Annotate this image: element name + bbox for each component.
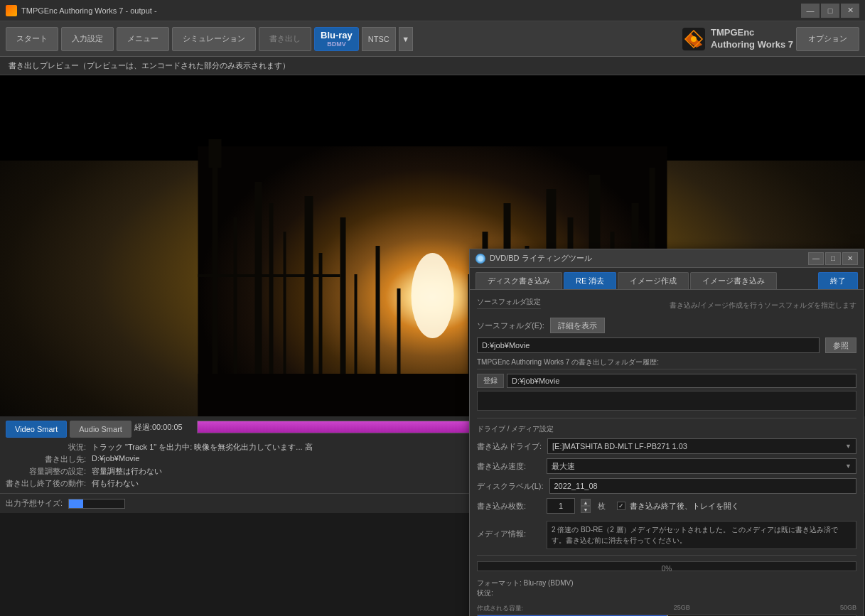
elapsed-time: 経過:00:00:05 xyxy=(134,422,191,433)
dialog-window-controls: — □ ✕ xyxy=(808,252,858,265)
disk-label-input[interactable] xyxy=(549,478,857,494)
preview-label-text: 書き出しプレビュー（プレビューは、エンコードされた部分のみ表示されます） xyxy=(9,61,290,70)
window-controls: — □ ✕ xyxy=(801,4,859,18)
svg-rect-27 xyxy=(198,274,340,277)
output-size-progress xyxy=(68,499,125,509)
window-title: TMPGEnc Authoring Works 7 - output - xyxy=(21,6,157,15)
tab-re-erase[interactable]: RE 消去 xyxy=(564,272,616,289)
app-icon xyxy=(6,5,17,16)
capacity-25gb: 25GB xyxy=(674,604,690,613)
write-button[interactable]: 書き出し xyxy=(259,27,311,51)
tab-image-write[interactable]: イメージ書き込み xyxy=(690,272,777,289)
svg-rect-6 xyxy=(209,139,222,168)
burn-progress-section: 0% フォーマット: Blu-ray (BDMV) 状況: 作成される容量: 2… xyxy=(477,555,856,616)
capacity-bar-area: 作成される容量: 25GB 50GB 241 / 45,735 MB xyxy=(477,604,856,616)
drive-select[interactable]: [E:]MATSHITA BD-MLT LF-PB271 1.03 ▼ xyxy=(547,438,856,454)
destination-label: 書き出し先: xyxy=(6,454,86,465)
source-folder-row: ソースフォルダ(E): 詳細を表示 xyxy=(477,318,856,333)
copies-up[interactable]: ▲ xyxy=(581,499,591,506)
output-size-fill xyxy=(69,499,83,508)
capacity-labels: 作成される容量: 25GB 50GB xyxy=(477,604,856,613)
tray-open-label: 書き込み終了後、トレイを開く xyxy=(630,501,739,512)
speed-label: 書き込み速度: xyxy=(477,461,541,472)
maximize-button[interactable]: □ xyxy=(821,4,839,18)
copies-down[interactable]: ▼ xyxy=(581,506,591,513)
logo-area: TMPGEnc Authoring Works 7 xyxy=(682,27,793,51)
history-input[interactable] xyxy=(507,374,856,388)
dialog-content: ソースフォルダ設定 書き込み/イメージ作成を行うソースフォルダを指定します ソー… xyxy=(470,289,864,616)
history-register-btn[interactable]: 登録 xyxy=(477,374,504,388)
svg-point-1 xyxy=(691,36,697,42)
disk-label-label: ディスクラベル(L): xyxy=(477,481,544,492)
bluray-badge: Blu-ray BDMV xyxy=(314,27,359,51)
copies-row: 書き込み枚数: ▲ ▼ 枚 ✓ 書き込み終了後、トレイを開く xyxy=(477,498,856,514)
history-list xyxy=(477,391,856,411)
main-toolbar: スタート 入力設定 メニュー シミュレーション 書き出し Blu-ray BDM… xyxy=(0,21,865,57)
dialog-close[interactable]: ✕ xyxy=(842,252,858,265)
media-info-label: メディア情報: xyxy=(477,529,541,539)
tab-finish[interactable]: 終了 xyxy=(818,272,858,289)
burn-progress-text: 0% xyxy=(477,564,856,574)
video-smart-button[interactable]: Video Smart xyxy=(6,421,67,438)
tab-image-create[interactable]: イメージ作成 xyxy=(618,272,689,289)
history-row: 登録 xyxy=(477,374,856,388)
source-label: ソースフォルダ(E): xyxy=(477,320,544,331)
source-description: 書き込み/イメージ作成を行うソースフォルダを指定します xyxy=(670,301,856,310)
dialog-title-bar: DVD/BD ライティングツール — □ ✕ xyxy=(470,249,864,268)
source-section-title: ソースフォルダ設定 xyxy=(477,297,541,309)
dialog-maximize[interactable]: □ xyxy=(825,252,841,265)
close-button[interactable]: ✕ xyxy=(841,4,859,18)
title-bar-left: TMPGEnc Authoring Works 7 - output - xyxy=(6,5,157,16)
start-button[interactable]: スタート xyxy=(6,27,58,51)
output-size-label: 出力予想サイズ: xyxy=(6,498,63,509)
drive-section-title: ドライブ / メディア設定 xyxy=(477,424,856,434)
dialog-app-icon xyxy=(476,254,485,264)
capacity-left-label: 作成される容量: xyxy=(477,604,524,613)
tray-open-row: ✓ 書き込み終了後、トレイを開く xyxy=(617,501,739,512)
dialog-title: DVD/BD ライティングツール xyxy=(476,253,592,264)
input-settings-button[interactable]: 入力設定 xyxy=(61,27,114,51)
tmpgenc-logo-icon xyxy=(682,28,705,50)
copies-unit: 枚 xyxy=(598,501,606,512)
progress-fill xyxy=(198,421,508,433)
minimize-button[interactable]: — xyxy=(801,4,820,18)
capacity-adj-label: 容量調整の設定: xyxy=(6,466,86,477)
dialog-tabs: ディスク書き込み RE 消去 イメージ作成 イメージ書き込み 終了 xyxy=(470,268,864,289)
drive-media-section: ドライブ / メディア設定 書き込みドライブ: [E:]MATSHITA BD-… xyxy=(477,418,856,549)
browse-button[interactable]: 参照 xyxy=(825,337,856,353)
menu-button[interactable]: メニュー xyxy=(117,27,169,51)
speed-select-arrow: ▼ xyxy=(845,463,851,470)
copies-input[interactable] xyxy=(547,498,575,514)
drive-select-arrow: ▼ xyxy=(845,443,851,450)
dvdbd-burning-dialog: DVD/BD ライティングツール — □ ✕ ディスク書き込み RE 消去 イメ… xyxy=(469,249,864,616)
history-section-title: TMPGEnc Authoring Works 7 の書き出しフォルダー履歴: xyxy=(477,357,856,369)
after-action-label: 書き出し終了後の動作: xyxy=(6,478,86,489)
tab-disk-write[interactable]: ディスク書き込み xyxy=(476,272,562,289)
tray-open-checkbox[interactable]: ✓ xyxy=(617,502,625,510)
drive-label: 書き込みドライブ: xyxy=(477,441,542,452)
source-folder-input[interactable] xyxy=(477,337,820,353)
source-folder-section: ソースフォルダ設定 書き込み/イメージ作成を行うソースフォルダを指定します ソー… xyxy=(477,297,856,411)
audio-smart-button[interactable]: Audio Smart xyxy=(70,421,131,438)
details-button[interactable]: 詳細を表示 xyxy=(550,318,605,333)
speed-select[interactable]: 最大速 ▼ xyxy=(547,458,856,474)
capacity-50gb: 50GB xyxy=(840,604,856,613)
title-bar: TMPGEnc Authoring Works 7 - output - — □… xyxy=(0,0,865,21)
ntsc-badge: NTSC xyxy=(362,27,396,51)
logo-text: TMPGEnc Authoring Works 7 xyxy=(711,27,793,51)
options-button[interactable]: オプション xyxy=(796,27,859,51)
media-info-row: メディア情報: 2 倍速の BD-RE（2 層）メディアがセットされました。 こ… xyxy=(477,518,856,549)
simulation-button[interactable]: シミュレーション xyxy=(172,27,256,51)
copies-label: 書き込み枚数: xyxy=(477,501,541,512)
svg-rect-3 xyxy=(198,75,667,146)
status-label: 状況: xyxy=(6,442,86,453)
preview-label-bar: 書き出しプレビュー（プレビューは、エンコードされた部分のみ表示されます） xyxy=(0,57,865,75)
format-status: フォーマット: Blu-ray (BDMV) 状況: xyxy=(477,578,856,598)
dialog-minimize[interactable]: — xyxy=(808,252,824,265)
format-dropdown[interactable]: ▼ xyxy=(399,27,413,51)
disk-label-row: ディスクラベル(L): xyxy=(477,478,856,494)
media-info-text: 2 倍速の BD-RE（2 層）メディアがセットされました。 このメディアは既に… xyxy=(547,521,856,549)
copies-spinner: ▲ ▼ xyxy=(581,499,591,513)
burn-progress-container: 0% xyxy=(477,561,856,574)
svg-point-4 xyxy=(412,253,454,338)
